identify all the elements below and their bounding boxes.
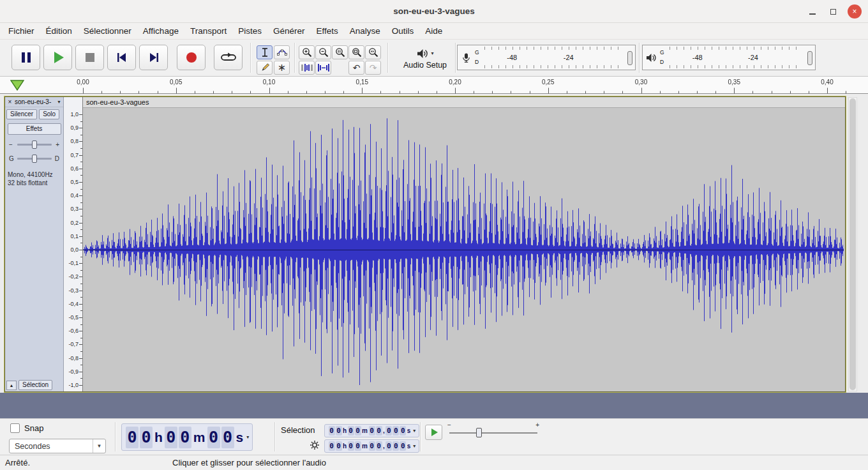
zoom-out-button[interactable] xyxy=(315,45,331,59)
envelope-tool-button[interactable] xyxy=(274,45,290,59)
time-unit: h xyxy=(343,443,347,450)
vertical-scale-tick xyxy=(79,277,82,277)
menu-effets[interactable]: Effets xyxy=(310,23,343,39)
snap-unit-select[interactable]: Secondes ▼ xyxy=(9,439,106,453)
recording-meter[interactable]: G D -48 -24 xyxy=(457,45,636,70)
vertical-scale-ruler[interactable]: 1,00,90,80,70,60,50,40,30,20,10,0-0,1-0,… xyxy=(64,97,83,391)
menu-pistes[interactable]: Pistes xyxy=(232,23,267,39)
snap-checkbox[interactable] xyxy=(10,423,20,433)
vertical-scrollbar[interactable] xyxy=(848,97,857,391)
skip-to-end-button[interactable] xyxy=(139,45,168,70)
zoom-toggle-icon xyxy=(368,47,378,57)
silence-selection-button[interactable] xyxy=(315,61,331,75)
track-close-icon[interactable]: × xyxy=(6,98,13,105)
selection-start-display[interactable]: 00h00m00,000s▾ xyxy=(324,424,419,437)
redo-icon: ↷ xyxy=(370,63,377,72)
skip-to-end-icon xyxy=(147,52,160,63)
vertical-scale-tick xyxy=(79,236,82,237)
stop-icon xyxy=(86,53,94,62)
track-header[interactable]: × son-eu-eu-3- ▼ xyxy=(5,97,63,107)
vertical-scale-tick xyxy=(79,344,82,345)
gain-slider[interactable]: − + xyxy=(5,140,63,149)
selection-options-button[interactable] xyxy=(310,440,320,450)
fit-project-button[interactable] xyxy=(348,45,364,59)
track-collapse-button[interactable]: ▲ xyxy=(6,381,17,390)
pause-icon xyxy=(22,52,31,63)
titlebar[interactable]: son-eu-eu-3-vagues × xyxy=(0,0,868,23)
menu-affichage[interactable]: Affichage xyxy=(137,23,184,39)
play-button[interactable] xyxy=(43,45,72,70)
selection-tool-button[interactable] xyxy=(257,45,273,59)
waveform-canvas[interactable] xyxy=(83,108,844,391)
pan-slider[interactable]: G D xyxy=(5,154,63,163)
menu-analyse[interactable]: Analyse xyxy=(344,23,386,39)
menu-outils[interactable]: Outils xyxy=(386,23,420,39)
timeline-label: 0,25 xyxy=(542,79,554,86)
timeline-ruler[interactable]: 0,000,050,100,150,200,250,300,350,40 xyxy=(0,77,868,94)
maximize-button[interactable] xyxy=(826,4,840,19)
record-button[interactable] xyxy=(177,45,206,70)
vertical-scale-minor-tick xyxy=(80,351,82,352)
vertical-scale-tick xyxy=(79,141,82,142)
vertical-scrollbar-thumb[interactable] xyxy=(849,98,856,390)
vertical-scale-label: 0,1 xyxy=(70,233,79,239)
trim-outside-selection-button[interactable] xyxy=(299,61,315,75)
vertical-scale-minor-tick xyxy=(80,175,82,176)
redo-button[interactable]: ↷ xyxy=(365,61,381,75)
draw-tool-button[interactable] xyxy=(257,61,273,75)
pause-button[interactable] xyxy=(11,45,40,70)
gear-icon xyxy=(310,440,320,450)
chevron-down-icon[interactable]: ▾ xyxy=(246,434,249,440)
menu-fichier[interactable]: Fichier xyxy=(3,23,40,39)
stop-button[interactable] xyxy=(75,45,104,70)
playback-meter-handle[interactable] xyxy=(807,51,812,65)
timeline-pin-button[interactable] xyxy=(9,79,26,92)
gain-slider-thumb[interactable] xyxy=(32,140,37,149)
vertical-scale-label: -0,4 xyxy=(68,301,79,307)
play-at-speed-button[interactable] xyxy=(425,425,442,440)
menu-transport[interactable]: Transport xyxy=(184,23,232,39)
multi-tool-button[interactable]: ∗ xyxy=(274,61,290,75)
time-unit: h xyxy=(154,430,163,445)
playback-meter[interactable]: G D -48 -24 xyxy=(642,45,816,70)
zoom-in-button[interactable] xyxy=(299,45,315,59)
time-digit: 0 xyxy=(221,427,234,448)
audio-position-display[interactable]: 00h00m00s▾ xyxy=(121,423,253,451)
time-digit: 0 xyxy=(376,426,382,436)
record-meter-scale: -48 -24 xyxy=(484,47,622,68)
clip-title-bar[interactable]: son-eu-eu-3-vagues xyxy=(83,97,845,108)
chevron-down-icon[interactable]: ▾ xyxy=(413,443,415,449)
toolbar-area: ∗ ↶ ↷ ▾ A xyxy=(0,40,868,77)
pan-slider-thumb[interactable] xyxy=(32,155,37,163)
loop-button[interactable] xyxy=(214,45,243,70)
vertical-scale-label: -0,5 xyxy=(68,314,79,321)
solo-button[interactable]: Solo xyxy=(39,109,59,119)
pan-right-label: D xyxy=(55,155,59,162)
track-menu-caret-icon[interactable]: ▼ xyxy=(57,100,62,104)
chevron-down-icon[interactable]: ▾ xyxy=(413,428,415,434)
menu-edition[interactable]: Édition xyxy=(40,23,78,39)
audio-setup-button[interactable]: ▾ Audio Setup xyxy=(396,44,454,73)
minimize-button[interactable] xyxy=(805,4,819,19)
zoom-selection-button[interactable] xyxy=(332,45,348,59)
vertical-scale-minor-tick xyxy=(80,310,82,311)
vertical-scale-minor-tick xyxy=(80,257,82,257)
skip-to-start-button[interactable] xyxy=(107,45,136,70)
undo-button[interactable]: ↶ xyxy=(348,61,364,75)
menu-generer[interactable]: Générer xyxy=(267,23,311,39)
selection-end-display[interactable]: 00h00m00,000s▾ xyxy=(324,439,419,453)
speed-slider-thumb[interactable] xyxy=(476,428,482,437)
mute-button[interactable]: Silencer xyxy=(6,109,37,119)
effects-button[interactable]: Effets xyxy=(8,123,61,135)
playback-speed-slider[interactable]: − + xyxy=(449,425,537,440)
menu-selectionner[interactable]: Sélectionner xyxy=(78,23,137,39)
close-button[interactable]: × xyxy=(848,4,862,19)
toolbar-separator xyxy=(250,43,251,73)
vertical-scale-label: -0,7 xyxy=(68,341,79,347)
menu-aide[interactable]: Aide xyxy=(419,23,448,39)
record-meter-handle[interactable] xyxy=(627,51,632,65)
track-select-button[interactable]: Sélection xyxy=(19,380,52,390)
time-unit: s xyxy=(236,430,244,445)
zoom-toggle-button[interactable] xyxy=(365,45,381,59)
fit-project-icon xyxy=(352,47,362,57)
